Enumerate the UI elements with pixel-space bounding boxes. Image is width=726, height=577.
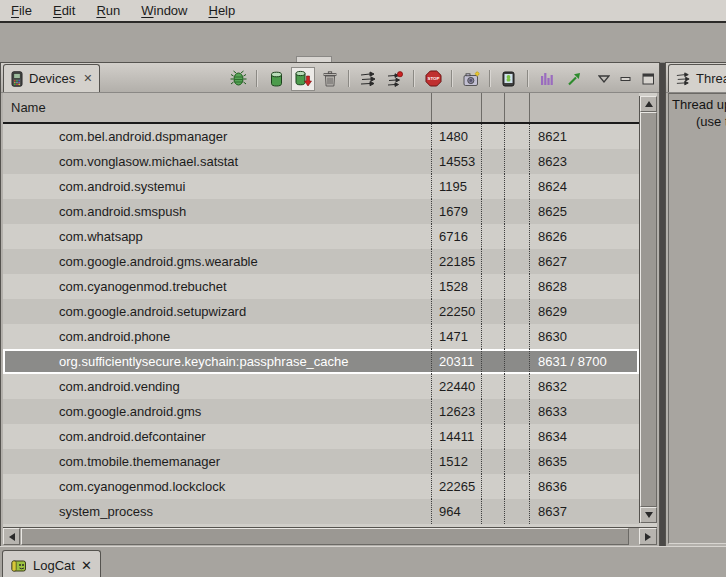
device-screen-icon[interactable] [497,67,521,91]
cause-gc-icon[interactable] [318,67,342,91]
process-pid: 1528 [431,274,481,299]
table-row[interactable]: com.android.smspush 1679 8625 [3,199,639,224]
minimize-icon[interactable] [620,73,632,85]
main-area: Devices ✕ [0,63,726,546]
menu-item[interactable]: Help [199,1,244,20]
threads-tabbar: Threads [666,63,726,93]
table-row[interactable]: com.whatsapp 6716 8626 [3,224,639,249]
screen-capture-icon[interactable] [459,67,483,91]
horizontal-scrollbar[interactable] [3,527,657,545]
process-port: 8637 [529,499,639,524]
update-heap-icon[interactable] [264,67,288,91]
process-name: com.cyanogenmod.lockclock [3,474,431,499]
threads-icon [676,72,690,86]
tab-devices[interactable]: Devices ✕ [3,64,100,92]
process-pid: 14553 [431,149,481,174]
tab-threads[interactable]: Threads [668,64,726,92]
table-row[interactable]: org.sufficientlysecure.keychain:passphra… [3,349,639,374]
tab-logcat-label: LogCat [33,558,75,573]
process-name: com.android.defcontainer [3,424,431,449]
process-port: 8632 [529,374,639,399]
menu-item[interactable]: Run [87,1,129,20]
table-row[interactable]: com.android.phone 1471 8630 [3,324,639,349]
scroll-down-button[interactable] [640,507,657,523]
process-name: com.tmobile.thememanager [3,449,431,474]
process-name: com.google.android.setupwizard [3,299,431,324]
process-port: 8635 [529,449,639,474]
column-header-heap[interactable] [481,93,504,122]
thread-indicator-cell [504,374,529,399]
process-name: com.google.android.gms.wearable [3,249,431,274]
tab-logcat[interactable]: LogCat ✕ [2,550,101,577]
close-icon[interactable]: ✕ [81,558,92,573]
horizontal-scrollbar-thumb[interactable] [21,528,629,545]
scroll-up-button[interactable] [640,96,657,112]
view-sash[interactable] [660,63,665,546]
thread-indicator-cell [504,249,529,274]
process-name: com.android.phone [3,324,431,349]
process-pid: 1512 [431,449,481,474]
menu-bar: File Edit Run Window Help [0,0,726,23]
heap-indicator-cell [481,424,504,449]
close-icon[interactable]: ✕ [83,72,92,85]
table-row[interactable]: com.bel.android.dspmanager 1480 8621 [3,124,639,149]
column-header-pid[interactable] [431,93,481,122]
toolbar-sash-handle[interactable] [296,56,332,62]
update-threads-icon[interactable] [356,67,380,91]
devices-table: Name com.bel.android.dspmanager 1480 862… [3,93,657,527]
process-name: com.cyanogenmod.trebuchet [3,274,431,299]
table-row[interactable]: com.tmobile.thememanager 1512 8635 [3,449,639,474]
thread-indicator-cell [504,124,529,149]
table-row[interactable]: com.android.defcontainer 14411 8634 [3,424,639,449]
toolbar-separator [489,70,491,87]
systrace-icon[interactable] [535,67,559,91]
heap-indicator-cell [481,499,504,524]
opengl-trace-icon[interactable] [562,67,586,91]
table-row[interactable]: com.vonglasow.michael.satstat 14553 8623 [3,149,639,174]
process-name: com.vonglasow.michael.satstat [3,149,431,174]
heap-indicator-cell [481,174,504,199]
menu-item[interactable]: Edit [44,1,84,20]
view-window-controls [598,73,655,85]
column-header-port[interactable] [529,93,639,122]
scroll-right-button[interactable] [639,528,657,545]
scroll-left-button[interactable] [3,528,20,545]
thread-indicator-cell [504,149,529,174]
menu-item[interactable]: Window [132,1,196,20]
tab-threads-label: Threads [696,71,726,86]
view-menu-icon[interactable] [598,75,610,83]
heap-indicator-cell [481,374,504,399]
table-row[interactable]: com.google.android.setupwizard 22250 862… [3,299,639,324]
process-pid: 964 [431,499,481,524]
table-row[interactable]: system_process 964 8637 [3,499,639,524]
vertical-scrollbar-thumb[interactable] [640,112,657,507]
dump-hprof-icon[interactable] [291,67,315,91]
process-port: 8636 [529,474,639,499]
svg-text:STOP: STOP [427,76,439,81]
start-method-profiling-icon[interactable] [383,67,407,91]
menu-item[interactable]: File [2,1,41,20]
stop-process-icon[interactable]: STOP [421,67,445,91]
column-header-name[interactable]: Name [3,93,431,122]
table-row[interactable]: com.android.vending 22440 8632 [3,374,639,399]
table-row[interactable]: com.cyanogenmod.lockclock 22265 8636 [3,474,639,499]
threads-message-line1: Thread updates not enabled for selected … [672,97,726,112]
table-row[interactable]: com.cyanogenmod.trebuchet 1528 8628 [3,274,639,299]
process-pid: 22185 [431,249,481,274]
threads-view: Threads Thread updates not enabled for s… [666,63,726,546]
process-pid: 1195 [431,174,481,199]
vertical-scrollbar[interactable] [639,96,657,523]
thread-indicator-cell [504,474,529,499]
maximize-icon[interactable] [642,73,655,85]
process-port: 8630 [529,324,639,349]
table-row[interactable]: com.google.android.gms 12623 8633 [3,399,639,424]
thread-indicator-cell [504,499,529,524]
process-pid: 1471 [431,324,481,349]
thread-indicator-cell [504,299,529,324]
debug-icon[interactable] [226,67,250,91]
column-header-threads[interactable] [504,93,529,122]
table-row[interactable]: com.google.android.gms.wearable 22185 86… [3,249,639,274]
heap-indicator-cell [481,124,504,149]
table-row[interactable]: com.android.systemui 1195 8624 [3,174,639,199]
thread-indicator-cell [504,174,529,199]
